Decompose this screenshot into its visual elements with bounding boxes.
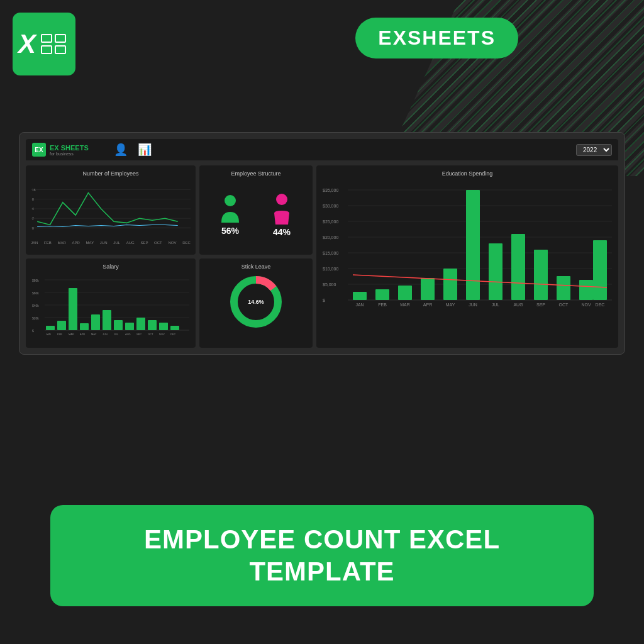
stick-leave-title: Stick Leave xyxy=(242,264,271,270)
dash-nav: 👤 📊 xyxy=(114,143,152,157)
svg-rect-65 xyxy=(69,288,77,330)
svg-text:SEP: SEP xyxy=(536,303,545,307)
svg-text:JAN: JAN xyxy=(46,333,51,336)
salary-card: Salary $ $20k $40k $60k $80k xyxy=(26,258,196,348)
svg-rect-46 xyxy=(557,276,570,300)
excel-logo: X xyxy=(13,13,75,75)
svg-text:DEC: DEC xyxy=(596,303,605,307)
svg-text:JUL: JUL xyxy=(492,303,500,307)
svg-text:FEB: FEB xyxy=(57,333,62,336)
female-pct: 44% xyxy=(273,227,291,237)
svg-text:$20k: $20k xyxy=(32,316,39,320)
svg-point-11 xyxy=(276,194,287,205)
svg-text:2: 2 xyxy=(32,216,34,220)
education-svg: $ $5,000 $10,000 $15,000 $20,000 $25,000… xyxy=(321,180,613,313)
dash-logo-sub: for business xyxy=(50,152,89,156)
svg-rect-74 xyxy=(170,326,179,330)
grid-cell-4 xyxy=(55,45,66,54)
salary-chart: $ $20k $40k $60k $80k xyxy=(31,274,191,343)
svg-text:MAR: MAR xyxy=(400,303,410,307)
svg-text:8: 8 xyxy=(32,197,34,201)
salary-title: Salary xyxy=(31,264,191,270)
structure-title: Employee Structure xyxy=(204,170,308,177)
svg-text:FEB: FEB xyxy=(378,303,387,307)
employees-chart: 0 2 4 8 16 JANFEBMARAPR MAYJUNJULAUG SEP… xyxy=(31,180,191,250)
exsheets-badge: EXSHEETS xyxy=(355,18,518,58)
svg-text:$80k: $80k xyxy=(32,279,39,282)
svg-text:$15,000: $15,000 xyxy=(323,251,338,255)
donut-container: 14.6% xyxy=(228,274,284,330)
employees-title: Number of Employees xyxy=(31,170,191,177)
svg-text:0: 0 xyxy=(32,226,34,230)
donut-pct: 14.6% xyxy=(248,299,264,305)
female-figure: 44% xyxy=(270,193,293,237)
svg-text:MAY: MAY xyxy=(446,303,455,307)
svg-text:NOV: NOV xyxy=(581,303,591,307)
employee-structure: 56% 44% xyxy=(204,180,308,250)
footer-line2: TEMPLATE xyxy=(249,557,394,586)
svg-text:MAY: MAY xyxy=(91,333,97,336)
exsheets-label: EXSHEETS xyxy=(378,26,496,49)
dash-logo: EX EX SHEETS for business xyxy=(32,143,89,157)
svg-rect-40 xyxy=(489,243,502,300)
svg-text:JUN: JUN xyxy=(103,333,108,336)
svg-text:APR: APR xyxy=(80,333,85,336)
bottom-title: EMPLOYEE COUNT EXCEL TEMPLATE xyxy=(63,524,581,587)
svg-rect-66 xyxy=(80,323,89,330)
male-icon xyxy=(219,194,242,223)
svg-text:NOV: NOV xyxy=(159,333,165,336)
female-icon xyxy=(270,193,293,225)
dash-logo-text: EX SHEETS xyxy=(50,144,89,152)
svg-rect-42 xyxy=(511,234,525,300)
svg-text:16: 16 xyxy=(32,188,36,192)
svg-rect-72 xyxy=(148,320,157,330)
education-chart: $ $5,000 $10,000 $15,000 $20,000 $25,000… xyxy=(321,180,613,319)
salary-svg: $ $20k $40k $60k $80k xyxy=(31,274,191,336)
svg-text:$10,000: $10,000 xyxy=(323,267,338,271)
svg-rect-48 xyxy=(579,280,593,300)
year-select[interactable]: 2022 2021 2023 xyxy=(576,144,612,156)
svg-rect-38 xyxy=(466,190,480,300)
svg-text:OCT: OCT xyxy=(148,333,153,336)
svg-text:DEC: DEC xyxy=(170,333,176,336)
svg-rect-63 xyxy=(46,326,55,330)
svg-text:JUL: JUL xyxy=(114,333,119,336)
svg-text:$: $ xyxy=(32,329,34,333)
svg-text:$60k: $60k xyxy=(32,291,39,295)
svg-text:MAR: MAR xyxy=(69,333,74,336)
svg-text:$5,000: $5,000 xyxy=(323,282,336,287)
excel-grid xyxy=(37,30,70,58)
svg-point-10 xyxy=(225,195,236,206)
employees-card: Number of Employees 0 xyxy=(26,165,196,255)
employees-svg: 0 2 4 8 16 xyxy=(31,180,191,237)
grid-cell-2 xyxy=(55,34,66,43)
svg-rect-50 xyxy=(593,240,607,300)
svg-rect-34 xyxy=(421,278,435,300)
svg-rect-64 xyxy=(57,321,66,330)
svg-text:$30,000: $30,000 xyxy=(323,204,338,208)
education-title: Education Spending xyxy=(321,170,613,177)
svg-text:$40k: $40k xyxy=(32,304,39,308)
svg-rect-44 xyxy=(534,250,548,300)
chart-icon[interactable]: 📊 xyxy=(138,143,152,157)
svg-text:$20,000: $20,000 xyxy=(323,235,338,240)
svg-text:APR: APR xyxy=(423,303,432,307)
svg-rect-68 xyxy=(103,310,111,330)
employees-month-labels: JANFEBMARAPR MAYJUNJULAUG SEPOCTNOVDEC xyxy=(31,241,191,245)
grid-cell-3 xyxy=(41,45,52,54)
dashboard-header: EX EX SHEETS for business 👤 📊 2022 2021 … xyxy=(26,139,618,160)
svg-text:OCT: OCT xyxy=(559,303,569,307)
excel-icon: X xyxy=(13,13,75,75)
svg-rect-69 xyxy=(114,320,123,330)
svg-text:$: $ xyxy=(323,298,325,303)
svg-text:JUN: JUN xyxy=(469,303,477,307)
x-letter: X xyxy=(18,29,36,59)
svg-rect-71 xyxy=(136,318,145,330)
dashboard-wrapper: EX EX SHEETS for business 👤 📊 2022 2021 … xyxy=(19,132,625,355)
user-icon[interactable]: 👤 xyxy=(114,143,128,157)
svg-rect-70 xyxy=(125,323,134,330)
svg-rect-67 xyxy=(91,314,100,330)
svg-text:JAN: JAN xyxy=(355,303,364,307)
svg-rect-30 xyxy=(375,289,389,300)
svg-text:$25,000: $25,000 xyxy=(323,219,338,224)
